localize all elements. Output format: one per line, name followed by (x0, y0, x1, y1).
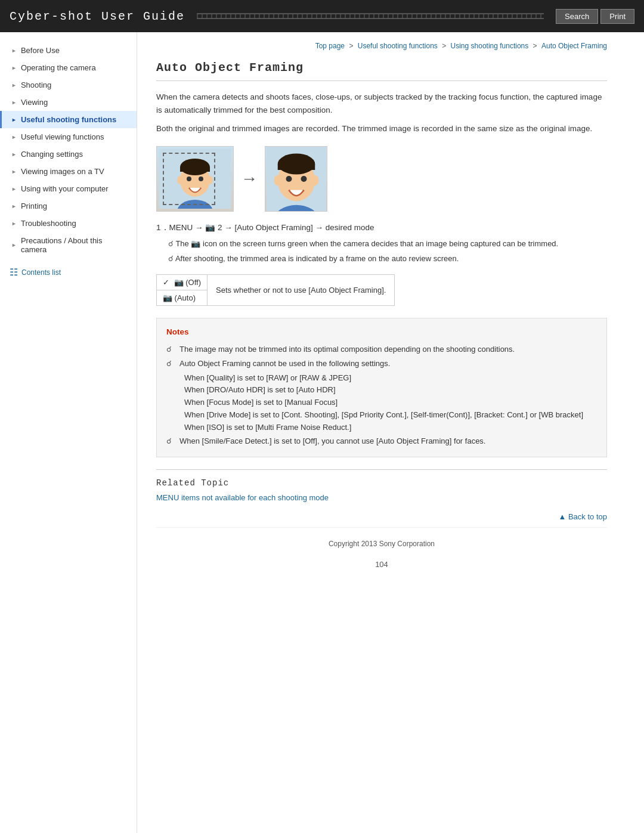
sidebar-item-precautions[interactable]: ► Precautions / About this camera (0, 232, 137, 258)
sidebar-item-viewing[interactable]: ► Viewing (0, 94, 137, 111)
note-sub-1: When [Quality] is set to [RAW] or [RAW &… (184, 372, 597, 385)
sidebar-arrow-icon: ► (11, 203, 17, 209)
breadcrumb-using-shooting[interactable]: Using shooting functions (451, 42, 529, 50)
print-button[interactable]: Print (600, 9, 634, 24)
sidebar-item-label: Changing settings (21, 150, 83, 159)
svg-point-17 (311, 175, 319, 186)
sidebar-item-printing[interactable]: ► Printing (0, 197, 137, 215)
footer: Copyright 2013 Sony Corporation (156, 527, 607, 554)
svg-point-14 (286, 176, 292, 182)
related-topic-link[interactable]: MENU items not available for each shooti… (156, 493, 329, 502)
breadcrumb: Top page > Useful shooting functions > U… (156, 42, 607, 50)
sidebar-arrow-icon: ► (11, 100, 17, 106)
header: Cyber-shot User Guide Search Print (0, 0, 644, 32)
note-item-3: ☌ When [Smile/Face Detect.] is set to [O… (166, 435, 597, 448)
note-bullet-icon-1: ☌ (166, 343, 177, 356)
note-bullet-icon-3: ☌ (166, 435, 177, 448)
back-to-top: ▲ Back to top (156, 512, 607, 521)
sidebar-item-label: Shooting (21, 80, 51, 89)
sidebar-item-troubleshooting[interactable]: ► Troubleshooting (0, 215, 137, 232)
sidebar-item-operating-camera[interactable]: ► Operating the camera (0, 59, 137, 76)
trimmed-image (265, 146, 327, 212)
sidebar-arrow-icon: ► (11, 169, 17, 175)
sidebar-item-label: Viewing images on a TV (21, 167, 104, 176)
camera-off-icon: 📷 (174, 278, 184, 287)
demo-image-area: → (156, 146, 607, 212)
sidebar-item-label: Using with your computer (21, 184, 109, 193)
sidebar-arrow-icon: ► (11, 65, 17, 71)
breadcrumb-sep-2: > (442, 42, 448, 50)
breadcrumb-sep-3: > (533, 42, 539, 50)
arrow-indicator: → (241, 169, 258, 188)
sidebar-arrow-icon: ► (11, 117, 17, 123)
note-text-3: When [Smile/Face Detect.] is set to [Off… (179, 435, 485, 448)
trimmed-face-svg (267, 146, 326, 212)
svg-point-16 (274, 175, 281, 186)
notes-title: Notes (166, 326, 597, 339)
breadcrumb-useful-shooting[interactable]: Useful shooting functions (358, 42, 438, 50)
sidebar-item-label: Troubleshooting (21, 219, 76, 228)
sidebar-item-label: Before Use (21, 46, 60, 55)
step-1: 1．MENU → 📷 2 → [Auto Object Framing] → d… (156, 222, 607, 233)
breadcrumb-top-page[interactable]: Top page (315, 42, 345, 50)
sidebar-item-label: Viewing (21, 98, 48, 107)
step-1-note-2: ☌ After shooting, the trimmed area is in… (168, 253, 607, 265)
camera-auto-icon: 📷 (163, 293, 172, 302)
sidebar-item-useful-viewing[interactable]: ► Useful viewing functions (0, 128, 137, 145)
contents-list-icon: ☷ (10, 267, 18, 278)
sidebar-arrow-icon: ► (11, 134, 17, 140)
sidebar-arrow-icon: ► (11, 221, 17, 227)
sidebar-item-label: Precautions / About this camera (21, 236, 129, 254)
sidebar-item-label: Useful viewing functions (21, 132, 104, 141)
sidebar-item-viewing-tv[interactable]: ► Viewing images on a TV (0, 163, 137, 180)
note-text-1: The image may not be trimmed into its op… (179, 343, 515, 356)
note-item-2: ☌ Auto Object Framing cannot be used in … (166, 357, 597, 370)
sidebar-arrow-icon: ► (11, 151, 17, 157)
trim-frame-overlay (163, 153, 215, 205)
contents-list-link[interactable]: ☷ Contents list (0, 261, 137, 284)
breadcrumb-current: Auto Object Framing (541, 42, 607, 50)
search-button[interactable]: Search (556, 9, 598, 24)
step-1-note-1-text: The 📷 icon on the screen turns green whe… (175, 239, 558, 248)
main-content: Top page > Useful shooting functions > U… (137, 32, 626, 833)
sidebar-item-changing-settings[interactable]: ► Changing settings (0, 145, 137, 163)
option-off-symbol: ✓ 📷 (Off) (157, 275, 208, 290)
option-description: Sets whether or not to use [Auto Object … (208, 275, 395, 306)
sidebar-arrow-icon: ► (11, 48, 17, 54)
related-topic-section: Related Topic MENU items not available f… (156, 469, 607, 502)
step-1-note-1: ☌ The 📷 icon on the screen turns green w… (168, 238, 607, 250)
original-image (156, 146, 234, 212)
breadcrumb-sep-1: > (349, 42, 355, 50)
sidebar-item-label: Printing (21, 202, 47, 210)
back-to-top-link[interactable]: ▲ Back to top (558, 512, 607, 521)
step-1-text: 1．MENU → 📷 2 → [Auto Object Framing] → d… (156, 223, 374, 232)
face-illustration-trimmed (265, 147, 327, 211)
intro-paragraph-2: Both the original and trimmed images are… (156, 122, 607, 135)
sidebar-item-before-use[interactable]: ► Before Use (0, 42, 137, 59)
app-title: Cyber-shot User Guide (10, 10, 185, 23)
note-icon-2: ☌ (168, 254, 174, 263)
note-sub-5: When [ISO] is set to [Multi Frame Noise … (184, 422, 597, 434)
svg-point-15 (301, 176, 306, 182)
sidebar-item-using-computer[interactable]: ► Using with your computer (0, 180, 137, 197)
note-sub-4: When [Drive Mode] is set to [Cont. Shoot… (184, 409, 597, 422)
page-title: Auto Object Framing (156, 61, 607, 81)
step-1-note-2-text: After shooting, the trimmed area is indi… (175, 254, 459, 263)
sidebar-item-useful-shooting[interactable]: ► Useful shooting functions (0, 111, 137, 128)
header-buttons: Search Print (556, 9, 634, 24)
options-table: ✓ 📷 (Off) Sets whether or not to use [Au… (156, 274, 395, 306)
sidebar-arrow-icon: ► (11, 186, 17, 192)
sidebar-item-shooting[interactable]: ► Shooting (0, 76, 137, 94)
sidebar-arrow-icon: ► (11, 242, 17, 248)
checkmark-icon: ✓ (163, 278, 169, 287)
note-item-1: ☌ The image may not be trimmed into its … (166, 343, 597, 356)
contents-list-label: Contents list (21, 268, 61, 277)
sidebar-arrow-icon: ► (11, 82, 17, 88)
option-row-off: ✓ 📷 (Off) Sets whether or not to use [Au… (157, 275, 395, 290)
intro-paragraph-1: When the camera detects and shoots faces… (156, 91, 607, 116)
option-auto-symbol: 📷 (Auto) (157, 290, 208, 306)
main-layout: ► Before Use ► Operating the camera ► Sh… (0, 32, 644, 833)
note-sub-3: When [Focus Mode] is set to [Manual Focu… (184, 397, 597, 409)
page-number: 104 (156, 560, 607, 569)
sidebar-item-label: Useful shooting functions (21, 115, 116, 124)
